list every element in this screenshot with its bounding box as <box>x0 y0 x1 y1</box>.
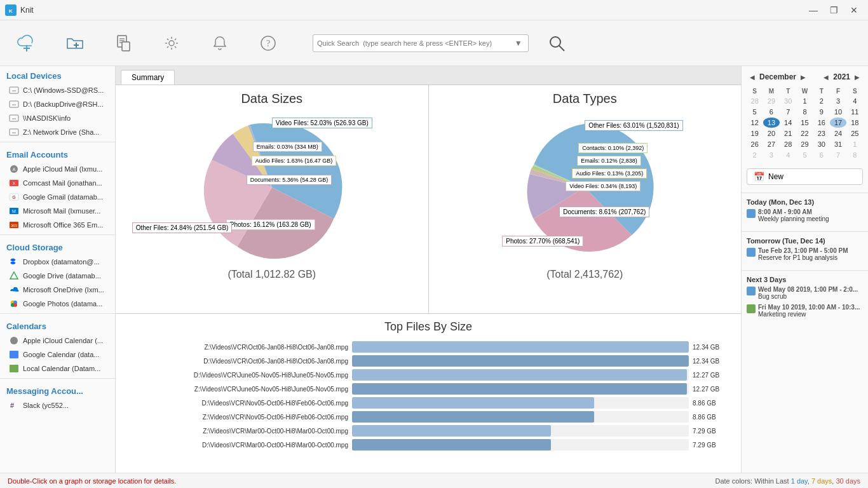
sidebar-item-apple-mail[interactable]: A Apple iCloud Mail (Ixmu... <box>0 162 115 176</box>
top-files-title: Top Files By Size <box>126 320 731 334</box>
bar-fill-6 <box>352 425 551 437</box>
month-nav: ◀ December ▶ <box>747 71 809 83</box>
data-sizes-title: Data Sizes <box>241 92 302 106</box>
sidebar-item-nas[interactable]: \\NASDISK\info <box>0 111 115 125</box>
data-types-total: (Total 2,413,762) <box>546 269 623 280</box>
sidebar-messaging-header[interactable]: Messaging Accou... <box>0 381 115 398</box>
agenda-tomorrow: Tomorrow (Tue, Dec 14) Tue Feb 23, 1:00 … <box>742 234 868 268</box>
agenda-item-1: 8:00 AM - 9:00 AM Weekly planning meetin… <box>747 208 863 222</box>
svg-text:X: X <box>13 181 16 186</box>
minimize-button[interactable]: — <box>804 3 822 17</box>
sidebar-item-z-drive[interactable]: Z:\ Network Drive (Sha... <box>0 125 115 139</box>
svg-rect-18 <box>10 101 18 107</box>
agenda-content-3: Wed May 08 2019, 1:00 PM - 2:0... Bug sc… <box>758 286 863 300</box>
agenda-content-2: Tue Feb 23, 1:00 PM - 5:00 PM Reserve fo… <box>758 247 863 261</box>
prev-year-button[interactable]: ◀ <box>820 71 832 83</box>
sidebar-item-local-cal[interactable]: Local Calendar (Datam... <box>0 362 115 376</box>
agenda-desc-4: Marketing review <box>758 311 863 318</box>
svg-point-38 <box>13 303 17 307</box>
sidebar-item-d-drive[interactable]: D:\ (BackupDrive@RSH... <box>0 97 115 111</box>
bar-fill-1 <box>352 355 689 367</box>
next-month-button[interactable]: ▶ <box>797 71 809 83</box>
bar-row-4: D:\Videos\VCR\Nov05-Oct06-Hi8\Feb06-Oct0… <box>126 397 731 409</box>
sidebar: Local Devices C:\ (Windows-SSD@RS... D:\… <box>0 66 116 473</box>
svg-text:A: A <box>13 167 16 172</box>
calendar-header: ◀ December ▶ ◀ 2021 ▶ <box>742 66 868 88</box>
add-cloud-button[interactable] <box>10 25 43 61</box>
documents-button[interactable] <box>107 25 140 61</box>
bar-size-4: 8.86 GB <box>693 400 731 407</box>
sidebar-item-google-cal[interactable]: Google Calendar (data... <box>0 348 115 362</box>
sidebar-email-header[interactable]: Email Accounts <box>0 145 115 162</box>
tab-summary[interactable]: Summary <box>121 70 175 85</box>
bar-row-1: D:\Videos\VCR\Oct06-Jan08-Hi8\Oct06-Jan0… <box>126 355 731 367</box>
bar-row-2: D:\Videos\VCR\June05-Nov05-Hi8\June05-No… <box>126 369 731 381</box>
sidebar-local-devices-header[interactable]: Local Devices <box>0 66 115 83</box>
settings-button[interactable] <box>155 25 188 61</box>
svg-text:G: G <box>12 195 16 200</box>
sidebar-item-slack[interactable]: # Slack (yc552... <box>0 398 115 412</box>
bar-row-5: Z:\Videos\VCR\Nov05-Oct06-Hi8\Feb06-Oct0… <box>126 411 731 423</box>
main-layout: Local Devices C:\ (Windows-SSD@RS... D:\… <box>0 66 868 473</box>
sidebar-item-gphotos[interactable]: Google Photos (datama... <box>0 297 115 311</box>
agenda-today: Today (Mon, Dec 13) 8:00 AM - 9:00 AM We… <box>742 196 868 229</box>
sidebar-item-apple-cal[interactable]: Apple iCloud Calendar (... <box>0 334 115 348</box>
right-panel: ◀ December ▶ ◀ 2021 ▶ S M T W T F S <box>741 66 868 473</box>
svg-point-11 <box>169 41 174 46</box>
bar-track-7 <box>352 439 689 451</box>
add-folder-button[interactable] <box>58 25 92 61</box>
help-button[interactable]: ? <box>252 25 285 61</box>
new-event-button[interactable]: 📅 New <box>747 168 863 185</box>
search-execute-button[interactable] <box>544 30 569 56</box>
bar-row-7: D:\Videos\VCR\Mar00-Oct00-Hi8\Mar00-Oct0… <box>126 439 731 451</box>
agenda-content-4: Fri May 10 2019, 10:00 AM - 10:3... Mark… <box>758 304 863 318</box>
sidebar-item-ms365-mail[interactable]: 365 Microsoft Office 365 Em... <box>0 218 115 232</box>
close-button[interactable]: ✕ <box>845 3 863 17</box>
sidebar-item-c-drive[interactable]: C:\ (Windows-SSD@RS... <box>0 83 115 97</box>
calendar-year: 2021 <box>833 72 850 81</box>
top-files-bars: Z:\Videos\VCR\Oct06-Jan08-Hi8\Oct06-Jan0… <box>126 341 731 451</box>
bar-fill-7 <box>352 439 551 451</box>
sidebar-item-dropbox[interactable]: Dropbox (datamaton@... <box>0 255 115 269</box>
bar-track-5 <box>352 411 689 423</box>
bar-track-0 <box>352 341 689 353</box>
data-sizes-pie-svg <box>183 111 361 264</box>
svg-marker-34 <box>10 272 18 279</box>
sidebar-cloud-header[interactable]: Cloud Storage <box>0 238 115 255</box>
maximize-button[interactable]: ❐ <box>825 3 843 17</box>
agenda-item-4: Fri May 10 2019, 10:00 AM - 10:3... Mark… <box>747 304 863 318</box>
search-box: ▼ <box>313 34 529 52</box>
agenda-desc-3: Bug scrub <box>758 293 863 300</box>
svg-rect-10 <box>122 42 130 51</box>
agenda-icon-1 <box>747 209 756 218</box>
window-controls: — ❐ ✕ <box>804 3 863 17</box>
bar-fill-2 <box>352 369 687 381</box>
agenda-content-1: 8:00 AM - 9:00 AM Weekly planning meetin… <box>758 208 863 222</box>
next-year-button[interactable]: ▶ <box>851 71 863 83</box>
bar-fill-3 <box>352 383 687 395</box>
calendar-month: December <box>759 72 796 81</box>
bar-track-6 <box>352 425 689 437</box>
sidebar-item-gmail[interactable]: G Google Gmail (datamab... <box>0 190 115 204</box>
notifications-button[interactable] <box>203 25 236 61</box>
sidebar-calendars-header[interactable]: Calendars <box>0 316 115 334</box>
svg-rect-41 <box>10 365 18 372</box>
sidebar-item-ms-mail[interactable]: M Microsoft Mail (Ixmuser... <box>0 204 115 218</box>
bar-track-3 <box>352 383 689 395</box>
bar-fill-5 <box>352 411 594 423</box>
search-dropdown-icon[interactable]: ▼ <box>515 39 524 48</box>
bar-label-2: D:\Videos\VCR\June05-Nov05-Hi8\June05-No… <box>126 372 348 379</box>
bar-size-7: 7.29 GB <box>693 442 731 449</box>
sidebar-item-onedrive[interactable]: Microsoft OneDrive (Ixm... <box>0 283 115 297</box>
bar-label-1: D:\Videos\VCR\Oct06-Jan08-Hi8\Oct06-Jan0… <box>126 358 348 365</box>
agenda-desc-2: Reserve for P1 bug analysis <box>758 254 863 261</box>
data-types-title: Data Types <box>553 92 617 106</box>
content-scroll-area: Data Sizes <box>116 85 741 473</box>
date-color-7days: 7 days <box>811 477 832 485</box>
prev-month-button[interactable]: ◀ <box>747 71 758 83</box>
sidebar-item-comcast-mail[interactable]: X Comcast Mail (jonathan... <box>0 176 115 190</box>
agenda-icon-2 <box>747 248 756 257</box>
charts-row: Data Sizes <box>116 85 741 314</box>
sidebar-item-gdrive[interactable]: Google Drive (datamab... <box>0 269 115 283</box>
search-input[interactable] <box>317 39 515 47</box>
